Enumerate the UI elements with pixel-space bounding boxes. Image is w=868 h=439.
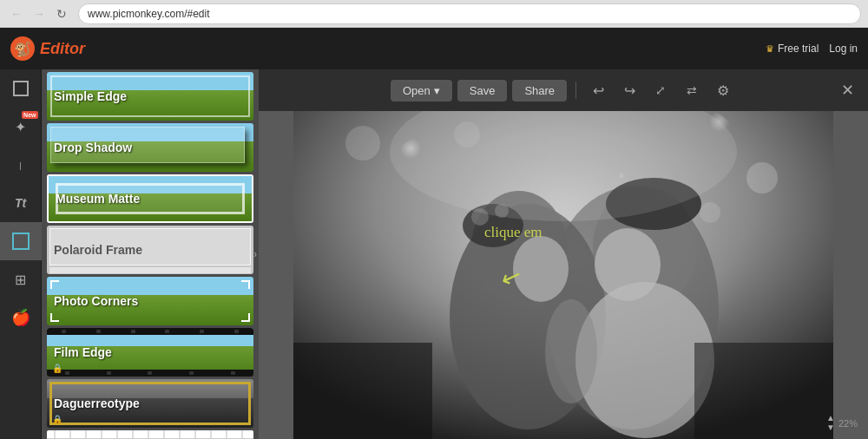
- monkey-icon: 🐒: [10, 36, 35, 61]
- drop-shadow-label: Drop Shadow: [54, 141, 132, 154]
- museum-matte-label: Museum Matte: [56, 192, 140, 206]
- close-icon: ✕: [841, 82, 854, 99]
- zoom-indicator: ▲ ▼ 22%: [826, 414, 858, 432]
- flip-button[interactable]: ⇄: [679, 77, 705, 103]
- zoom-arrows[interactable]: ▲ ▼: [826, 414, 835, 432]
- svg-point-20: [595, 228, 661, 301]
- open-button[interactable]: Open ▾: [391, 80, 452, 102]
- svg-point-19: [513, 236, 569, 302]
- film-edge-label: Film Edge: [54, 345, 112, 359]
- app-logo: 🐒 Editor: [10, 36, 85, 61]
- editor-header: 🐒 Editor ♛ Free trial Log in: [0, 28, 868, 69]
- zoom-down-icon[interactable]: ▼: [826, 423, 835, 432]
- frame-item-photo-corners[interactable]: Photo Corners: [47, 277, 253, 325]
- tool-text[interactable]: Tt: [0, 184, 42, 222]
- free-trial-label: Free trial: [778, 43, 819, 55]
- crown-icon: ♛: [766, 43, 774, 55]
- canvas-area: clique em ↙: [259, 111, 868, 439]
- browser-toolbar: ← → ↻ www.picmonkey.com/#edit: [0, 0, 868, 28]
- polaroid-label: Polaroid Frame: [54, 243, 142, 257]
- overlays-icon: ⊞: [15, 272, 26, 288]
- photo-image: [293, 111, 833, 439]
- frame-item-daguerreotype[interactable]: Daguerreotype 🔒: [47, 379, 253, 428]
- forward-button[interactable]: →: [30, 4, 49, 23]
- undo-button[interactable]: ↩: [585, 77, 611, 103]
- tool-touchup[interactable]: ✦ New: [0, 108, 42, 146]
- scroll-indicator: ›: [253, 248, 257, 260]
- textures-icon: 🍎: [11, 308, 30, 327]
- frames-list: Simple Edge Drop Shadow Museum Matte: [42, 69, 259, 439]
- photo-corners-label: Photo Corners: [54, 294, 138, 308]
- address-bar[interactable]: www.picmonkey.com/#edit: [78, 3, 861, 24]
- nav-buttons: ← → ↻: [7, 4, 71, 23]
- text-icon: Tt: [15, 196, 26, 210]
- undo-icon: ↩: [593, 82, 604, 99]
- tool-frames[interactable]: [0, 222, 42, 260]
- content-area: ✦ New | Tt ⊞ 🍎: [0, 69, 868, 439]
- editor-title: Editor: [40, 40, 85, 58]
- frame-item-polaroid[interactable]: Polaroid Frame: [47, 226, 253, 274]
- back-button[interactable]: ←: [7, 4, 26, 23]
- redo-icon: ↪: [624, 82, 635, 99]
- redo-button[interactable]: ↪: [616, 77, 642, 103]
- app-layout: 🐒 Editor ♛ Free trial Log in ✦ New |: [0, 28, 868, 439]
- main-canvas-area: Open ▾ Save Share ↩ ↪: [259, 69, 868, 439]
- daguerreotype-label: Daguerreotype: [54, 396, 140, 410]
- frames-panel: Simple Edge Drop Shadow Museum Matte: [42, 69, 259, 439]
- crop-icon: [13, 81, 29, 96]
- share-label: Share: [524, 84, 555, 97]
- login-link[interactable]: Log in: [829, 43, 858, 55]
- craft-scissors-bg: [47, 430, 253, 439]
- tool-crop[interactable]: [0, 69, 42, 108]
- login-label: Log in: [829, 43, 858, 55]
- reload-button[interactable]: ↻: [52, 4, 71, 23]
- frame-item-craft-scissors[interactable]: Craft Scissors: [47, 430, 253, 439]
- lock-icon-dag: 🔒: [52, 415, 62, 424]
- frame-item-museum-matte[interactable]: Museum Matte: [47, 174, 253, 223]
- svg-rect-21: [293, 343, 432, 439]
- toolbar-divider-1: [575, 82, 576, 99]
- new-badge: New: [22, 111, 37, 119]
- save-label: Save: [470, 84, 496, 97]
- toolbar-buttons: Open ▾ Save Share ↩ ↪: [391, 77, 736, 103]
- flip-icon: ⇄: [687, 83, 697, 97]
- url-text: www.picmonkey.com/#edit: [88, 8, 210, 20]
- frames-icon: [12, 233, 30, 250]
- lock-icon-film: 🔒: [52, 364, 62, 373]
- zoom-up-icon[interactable]: ▲: [826, 414, 835, 423]
- frame-item-film-edge[interactable]: Film Edge 🔒: [47, 328, 253, 377]
- close-button[interactable]: ✕: [838, 81, 858, 100]
- svg-point-18: [545, 299, 597, 403]
- main-toolbar: Open ▾ Save Share ↩ ↪: [259, 69, 868, 111]
- resize-icon: ⤢: [655, 83, 666, 97]
- header-nav: ♛ Free trial Log in: [766, 43, 858, 55]
- tool-textures[interactable]: 🍎: [0, 298, 42, 337]
- settings-button[interactable]: ⚙: [710, 77, 736, 103]
- touchup-icon: ✦: [15, 119, 26, 135]
- frame-item-simple-edge[interactable]: Simple Edge: [47, 72, 253, 121]
- zoom-value: 22%: [838, 418, 858, 429]
- tool-paint[interactable]: |: [0, 146, 42, 184]
- open-chevron-icon: ▾: [434, 84, 440, 97]
- tools-sidebar: ✦ New | Tt ⊞ 🍎: [0, 69, 42, 439]
- tool-overlays[interactable]: ⊞: [0, 260, 42, 298]
- resize-button[interactable]: ⤢: [648, 77, 674, 103]
- free-trial-link[interactable]: ♛ Free trial: [766, 43, 819, 55]
- share-button[interactable]: Share: [512, 80, 567, 102]
- simple-edge-label: Simple Edge: [54, 89, 127, 103]
- settings-icon: ⚙: [717, 82, 729, 99]
- browser-chrome: ← → ↻ www.picmonkey.com/#edit: [0, 0, 868, 28]
- photo-canvas: [293, 111, 833, 439]
- frame-item-drop-shadow[interactable]: Drop Shadow: [47, 123, 253, 172]
- svg-rect-22: [694, 343, 833, 439]
- save-button[interactable]: Save: [457, 80, 508, 102]
- paint-icon: |: [12, 160, 30, 170]
- open-label: Open: [403, 84, 431, 97]
